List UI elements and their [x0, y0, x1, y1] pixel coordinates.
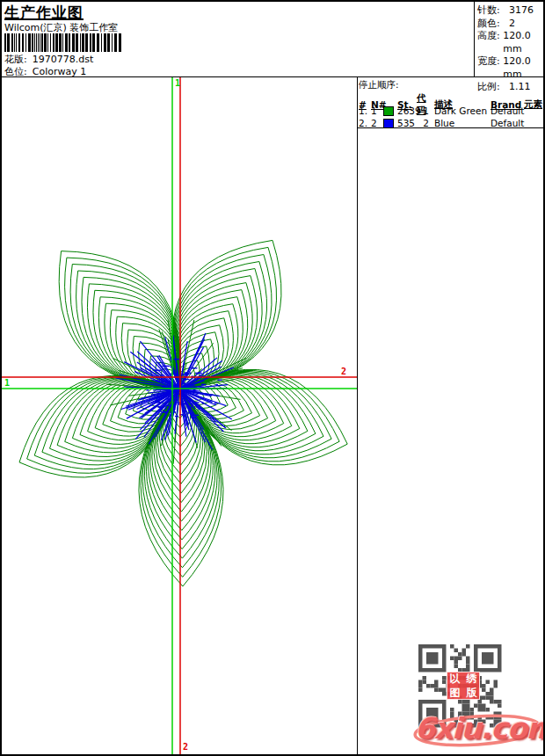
svg-text:1: 1 — [4, 378, 10, 388]
stitch-count-row: 针数:3176 — [477, 4, 543, 18]
row2-seq: 2. — [359, 118, 371, 128]
width-label: 宽度: — [477, 55, 503, 81]
height-row: 高度:120.0 mm — [477, 30, 543, 55]
stop-sequence-header-row: # N# St. 代码 描述 Brand 元素 — [359, 92, 543, 105]
stitch-count-value: 3176 — [509, 4, 534, 18]
stitch-count-label: 针数: — [477, 4, 509, 18]
row2-needle: 2 — [371, 118, 383, 128]
color-count-row: 颜色:2 — [477, 18, 543, 31]
svg-text:2: 2 — [341, 367, 346, 376]
svg-text:2: 2 — [183, 742, 188, 752]
width-value: 120.0 mm — [503, 55, 543, 81]
row2-brand: Default — [490, 118, 524, 128]
height-value: 120.0 mm — [503, 30, 543, 55]
row2-color-swatch — [383, 119, 394, 128]
col-element: 元素 — [524, 98, 543, 111]
logo-text: 6xiu.com — [415, 711, 543, 745]
row1-stitches: 2639 — [397, 105, 417, 116]
color-count-value: 2 — [509, 18, 515, 31]
row1-needle: 1 — [371, 105, 383, 116]
row1-seq: 1. — [359, 105, 371, 116]
stamp-char: 以 — [450, 673, 461, 685]
row1-color-swatch — [383, 106, 394, 116]
svg-text:1: 1 — [175, 78, 180, 88]
production-worksheet-page: 生产作业图 Wilcom(汇京) 装饰工作室 花版:1970778.dst 色位… — [0, 0, 545, 756]
design-file-line: 花版:1970778.dst — [4, 53, 93, 66]
red-seal-stamp: 以 绣 图 版 — [447, 672, 480, 700]
height-label: 高度: — [477, 30, 503, 55]
6xiu-logo: 6xiu.com — [411, 704, 543, 754]
company-name: Wilcom(汇京) 装饰工作室 — [4, 21, 118, 34]
row1-description: Dark Green — [431, 105, 490, 116]
barcode — [4, 33, 127, 52]
table-row: 2. 2 535 2 Blue Default — [359, 117, 543, 129]
stamp-char: 绣 — [467, 673, 477, 685]
row2-stitches: 535 — [397, 118, 417, 128]
stamp-char: 版 — [467, 687, 477, 699]
design-file-label: 花版: — [4, 54, 27, 65]
row1-code: 1 — [417, 105, 431, 116]
stitch-design-canvas: 1212 — [2, 77, 357, 754]
row2-description: Blue — [431, 118, 490, 128]
table-row: 1. 1 2639 1 Dark Green Default — [359, 105, 543, 117]
design-file-value: 1970778.dst — [33, 54, 94, 65]
page-title: 生产作业图 — [4, 3, 84, 23]
color-count-label: 颜色: — [477, 18, 509, 31]
row2-code: 2 — [417, 118, 431, 128]
row1-brand: Default — [490, 105, 524, 116]
stop-sequence-title: 停止顺序: — [359, 79, 543, 91]
width-row: 宽度:120.0 mm — [477, 55, 543, 81]
stamp-char: 图 — [450, 687, 461, 699]
design-panel-divider — [357, 76, 358, 754]
stop-sequence-table: 停止顺序: # N# St. 代码 描述 Brand 元素 1. 1 2639 … — [359, 79, 543, 129]
header-divider — [474, 2, 475, 76]
